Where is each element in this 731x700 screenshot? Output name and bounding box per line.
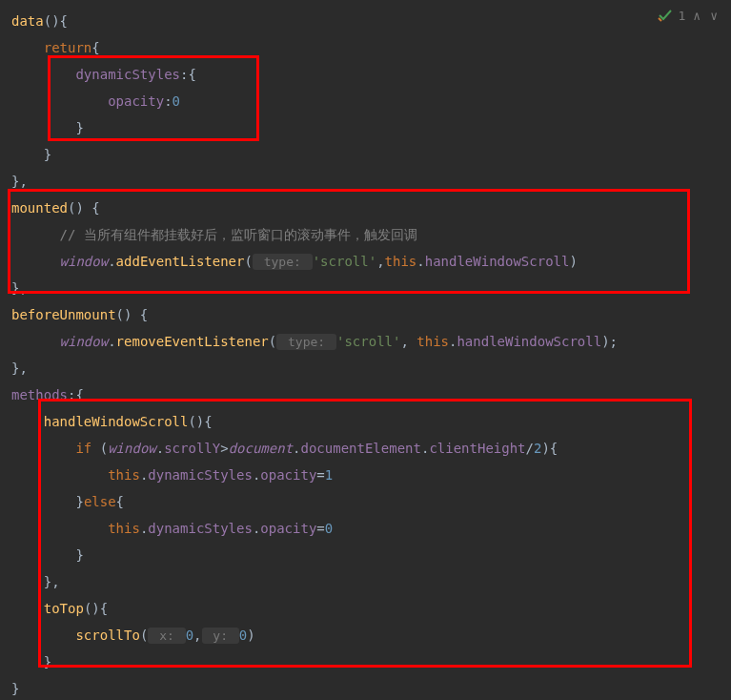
- code-line: dynamicStyles:{: [11, 61, 731, 88]
- code-line: },: [11, 275, 731, 301]
- code-line: window.addEventListener( type: 'scroll',…: [11, 248, 731, 275]
- code-line: data(){: [11, 8, 731, 34]
- code-line: return{: [11, 34, 731, 61]
- code-line: methods:{: [11, 381, 731, 408]
- code-line: mounted() {: [11, 195, 731, 221]
- code-line: if (window.scrollY>document.documentElem…: [11, 435, 731, 462]
- code-line: },: [11, 355, 731, 381]
- code-line: window.removeEventListener( type: 'scrol…: [11, 328, 731, 355]
- code-line: this.dynamicStyles.opacity=1: [11, 462, 731, 488]
- code-line: }: [11, 675, 731, 700]
- code-line: },: [11, 568, 731, 595]
- code-line: }: [11, 141, 731, 168]
- code-line: }: [11, 649, 731, 675]
- code-editor[interactable]: data(){ return{ dynamicStyles:{ opacity:…: [0, 0, 731, 700]
- code-line: toTop(){: [11, 595, 731, 622]
- code-line: }: [11, 542, 731, 568]
- code-line: handleWindowScroll(){: [11, 408, 731, 435]
- code-line: beforeUnmount() {: [11, 301, 731, 328]
- code-line: opacity:0: [11, 88, 731, 114]
- code-line: },: [11, 168, 731, 195]
- code-line: }else{: [11, 488, 731, 515]
- code-line: scrollTo( x: 0, y: 0): [11, 622, 731, 649]
- code-line: // 当所有组件都挂载好后，监听窗口的滚动事件，触发回调: [11, 221, 731, 248]
- code-line: this.dynamicStyles.opacity=0: [11, 515, 731, 542]
- code-line: }: [11, 114, 731, 141]
